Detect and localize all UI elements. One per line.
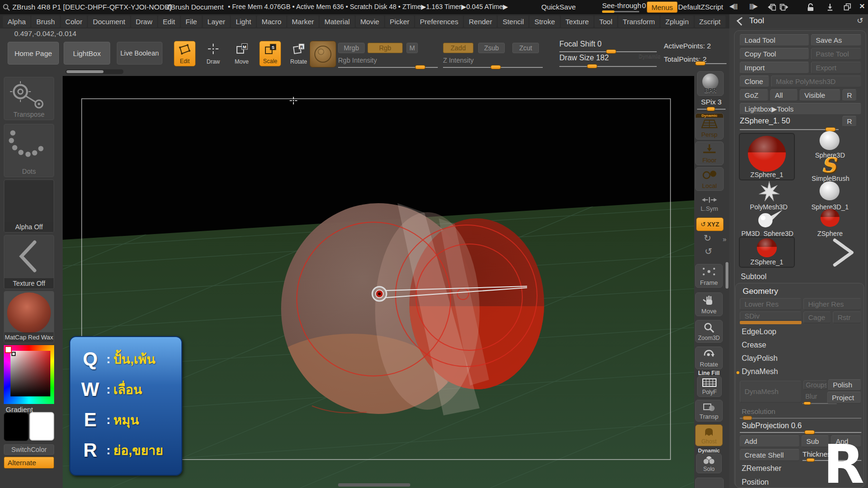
spix-slider[interactable] [697, 109, 726, 110]
resolution-slider[interactable] [740, 418, 861, 419]
menu-stencil[interactable]: Stencil [498, 16, 528, 28]
saturation-square[interactable] [10, 351, 50, 396]
next-document-icon[interactable] [780, 3, 790, 12]
minimize-icon[interactable] [826, 3, 834, 13]
grabber-hook-icon[interactable] [735, 17, 745, 28]
menu-movie[interactable]: Movie [356, 16, 384, 28]
export-button[interactable]: Export [811, 62, 861, 74]
document-canvas[interactable]: Q : ปั้น,เพ้น W : เลื่อน E : หมุน R : ย่… [63, 76, 694, 488]
copy-tool-button[interactable]: Copy Tool [740, 48, 809, 60]
solo-button[interactable]: Solo [696, 453, 722, 473]
strip-rotate-button[interactable]: Rotate [695, 347, 723, 369]
menu-file[interactable]: File [181, 16, 202, 28]
crease-header[interactable]: Crease [742, 341, 766, 349]
live-boolean-button[interactable]: Live Boolean [117, 42, 162, 65]
color-cursor[interactable] [11, 352, 16, 356]
tool-inventory-next-icon[interactable] [830, 237, 857, 268]
polish-button[interactable]: Polish [828, 379, 861, 391]
project-button[interactable]: Project [827, 392, 861, 404]
tool-r-button[interactable]: R [842, 116, 857, 127]
persp-button[interactable]: Dynamic Persp [695, 113, 724, 140]
strip-expand-icon[interactable]: » [723, 235, 726, 243]
menu-macro[interactable]: Macro [257, 16, 286, 28]
transpose-tile[interactable]: Transpose [4, 77, 54, 120]
paste-tool-button[interactable]: Paste Tool [811, 48, 861, 60]
save-as-button[interactable]: Save As [811, 34, 861, 46]
subprojection-slider-label[interactable]: SubProjection 0.6 [742, 422, 802, 430]
clone-button[interactable]: Clone [740, 75, 769, 87]
all-button[interactable]: All [770, 89, 798, 101]
lower-res-button[interactable]: Lower Res [740, 298, 802, 310]
rotate-z-icon[interactable]: ↺ [705, 246, 712, 257]
focal-shift-slider[interactable] [559, 51, 657, 52]
load-tool-button[interactable]: Load Tool [740, 34, 809, 46]
restore-icon[interactable] [843, 3, 852, 13]
draw-button[interactable]: Draw [202, 41, 224, 66]
scrub-forward-icon[interactable]: ||||▶ [749, 3, 757, 9]
menu-render[interactable]: Render [464, 16, 497, 28]
subtool-header[interactable]: Subtool [741, 272, 766, 281]
menu-picker[interactable]: Picker [385, 16, 415, 28]
tool-item-zsphere1-small[interactable]: ZSphere_1 [739, 236, 795, 268]
zsub-button[interactable]: Zsub [478, 43, 505, 53]
lightbox-button[interactable]: LightBox [64, 42, 110, 65]
main-color-swatch[interactable] [4, 413, 28, 441]
resolution-slider-label[interactable]: Resolution [742, 407, 775, 415]
scrub-back-icon[interactable]: ◀|||| [729, 3, 737, 9]
goz-r-button[interactable]: R [842, 89, 857, 101]
dynamesh-button[interactable]: DynaMesh [740, 381, 802, 403]
zadd-button[interactable]: Zadd [443, 43, 473, 53]
menu-layer[interactable]: Layer [203, 16, 230, 28]
geometry-header[interactable]: Geometry [743, 287, 778, 296]
groups-button[interactable]: Groups [803, 380, 827, 390]
menu-transform[interactable]: Transform [618, 16, 660, 28]
quicksave-button[interactable]: QuickSave [541, 3, 576, 11]
lsym-button[interactable]: L.Sym [696, 197, 723, 212]
alternate-button[interactable]: Alternate [4, 457, 54, 469]
floor-button[interactable]: Floor [695, 141, 724, 165]
rgb-button[interactable]: Rgb [368, 43, 403, 53]
lightbox-tools-button[interactable]: Lightbox▶Tools [740, 103, 861, 115]
mrgb-button[interactable]: Mrgb [338, 43, 365, 53]
strip-move-button[interactable]: Move [695, 292, 723, 316]
blur-slider-label[interactable]: Blur [803, 392, 825, 402]
zremesher-header[interactable]: ZRemesher [742, 464, 782, 473]
menu-zscript[interactable]: Zscript [695, 16, 726, 28]
switch-color-button[interactable]: SwitchColor [4, 444, 54, 455]
subprojection-slider[interactable] [740, 432, 861, 433]
draw-size-slider[interactable] [559, 66, 657, 67]
canvas-h-scrollbar[interactable] [66, 69, 123, 74]
reset-icon[interactable]: ↺ [857, 16, 863, 25]
create-shell-button[interactable]: Create Shell [740, 449, 800, 461]
home-page-button[interactable]: Home Page [8, 42, 59, 65]
sdiv-slider-label[interactable]: SDiv [740, 311, 802, 320]
edit-button[interactable]: Edit [174, 41, 196, 66]
tool-item-zsphere1-large[interactable]: ZSphere_1 [739, 133, 795, 180]
menu-edit[interactable]: Edit [158, 16, 180, 28]
menu-texture[interactable]: Texture [561, 16, 594, 28]
visible-button[interactable]: Visible [800, 89, 840, 101]
claypolish-header[interactable]: ClayPolish [742, 354, 778, 363]
default-zscript-button[interactable]: DefaultZScript [678, 3, 723, 11]
dynamic-label[interactable]: Dynamic [639, 53, 660, 59]
menu-brush[interactable]: Brush [31, 16, 59, 28]
color-picker[interactable] [4, 345, 54, 404]
move-button[interactable]: M Move [231, 41, 253, 66]
matcap-tile[interactable]: MatCap Red Wax [4, 291, 54, 343]
canvas-bottom-scrollbar[interactable] [338, 483, 410, 487]
ghost-button[interactable]: Ghost [695, 424, 723, 446]
menu-draw[interactable]: Draw [131, 16, 157, 28]
strip-top-slider[interactable] [697, 63, 726, 64]
make-polymesh3d-button[interactable]: Make PolyMesh3D [771, 75, 861, 87]
material-preview[interactable] [310, 41, 336, 67]
menu-stroke[interactable]: Stroke [529, 16, 559, 28]
close-icon[interactable]: × [859, 1, 865, 11]
goz-button[interactable]: GoZ [740, 89, 768, 101]
menu-color[interactable]: Color [61, 16, 87, 28]
higher-res-button[interactable]: Higher Res [803, 298, 861, 310]
rotate-axis-icon[interactable]: ↻ [704, 233, 711, 244]
rotate-button[interactable]: R Rotate [288, 41, 310, 66]
menu-preferences[interactable]: Preferences [415, 16, 463, 28]
zcut-button[interactable]: Zcut [512, 43, 539, 53]
m-button[interactable]: M [406, 43, 418, 53]
